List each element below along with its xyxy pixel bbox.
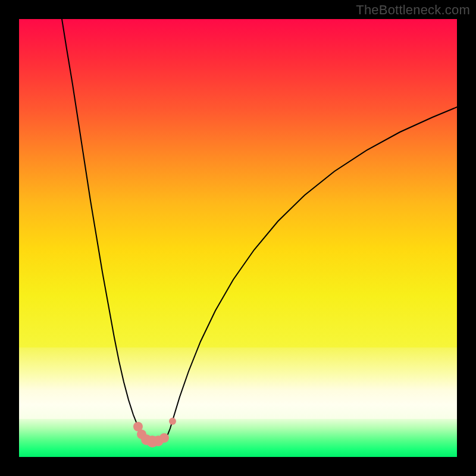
valley-marker [159, 433, 169, 443]
valley-marker [169, 418, 176, 425]
valley-marker-group [133, 418, 176, 447]
watermark: TheBottleneck.com [356, 2, 470, 18]
curve-svg [19, 19, 457, 457]
chart-frame [19, 19, 457, 457]
bottleneck-curve [62, 19, 457, 442]
